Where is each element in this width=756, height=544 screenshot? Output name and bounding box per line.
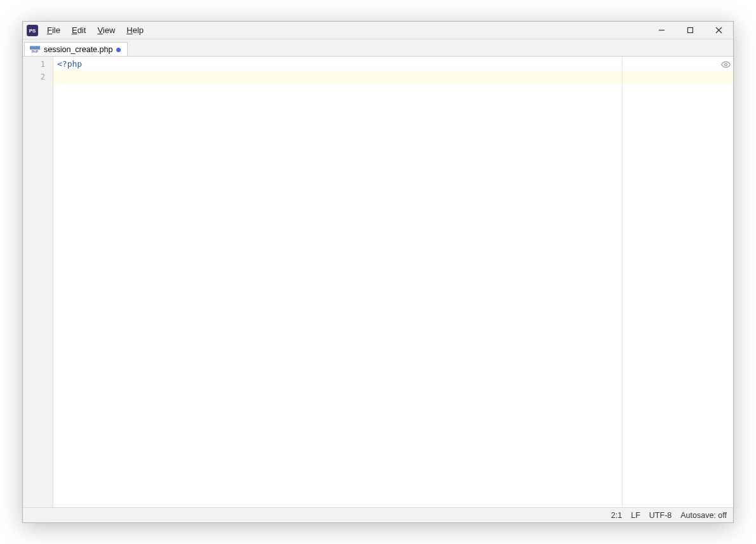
close-button[interactable] <box>705 22 733 39</box>
menu-bar: File Edit View Help <box>42 22 647 39</box>
line-number: 2 <box>23 71 53 83</box>
minimize-button[interactable] <box>647 22 676 39</box>
menu-edit[interactable]: Edit <box>67 23 91 37</box>
menu-view[interactable]: View <box>92 23 120 37</box>
dirty-indicator-icon <box>116 48 121 52</box>
status-autosave[interactable]: Autosave: off <box>680 511 727 520</box>
tab-bar: PHP session_create.php <box>23 39 733 56</box>
line-number: 1 <box>23 58 53 71</box>
maximize-button[interactable] <box>676 22 705 39</box>
ide-window: PS File Edit View Help <box>22 21 734 523</box>
code-line-active[interactable] <box>53 71 733 83</box>
tab-session-create-php[interactable]: PHP session_create.php <box>24 42 128 57</box>
status-line-ending[interactable]: LF <box>631 511 640 520</box>
app-icon: PS <box>27 25 38 36</box>
php-file-icon: PHP <box>30 45 40 54</box>
window-controls <box>647 22 733 39</box>
code-surface[interactable]: <?php <box>53 57 733 507</box>
tab-filename: session_create.php <box>44 45 112 54</box>
menu-help[interactable]: Help <box>121 23 149 37</box>
titlebar: PS File Edit View Help <box>23 22 733 39</box>
gutter: 1 2 <box>23 57 53 507</box>
editor-area[interactable]: 1 2 <?php <box>23 56 733 507</box>
code-line[interactable]: <?php <box>53 58 733 71</box>
inspection-eye-icon[interactable] <box>720 59 731 69</box>
menu-file[interactable]: File <box>42 23 65 37</box>
status-encoding[interactable]: UTF-8 <box>649 511 672 520</box>
status-bar: 2:1 LF UTF-8 Autosave: off <box>23 507 733 522</box>
svg-rect-1 <box>688 28 693 33</box>
right-margin-guide <box>622 57 623 507</box>
svg-point-6 <box>724 63 727 65</box>
svg-text:PHP: PHP <box>32 50 39 53</box>
status-cursor-position[interactable]: 2:1 <box>611 511 622 520</box>
